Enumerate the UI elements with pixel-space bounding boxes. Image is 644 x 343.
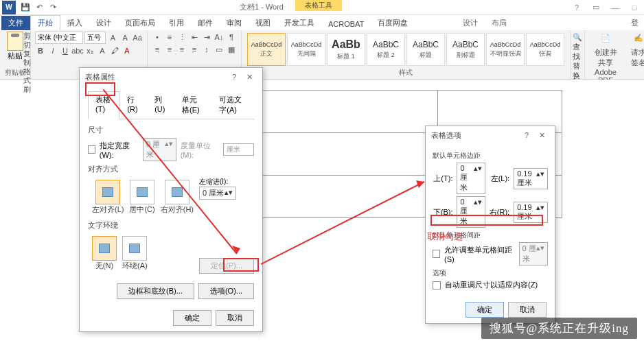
- tab-mailings[interactable]: 邮件: [191, 16, 220, 30]
- replace-button[interactable]: 替换: [573, 61, 582, 80]
- allow-spacing-checkbox[interactable]: [433, 250, 440, 258]
- measure-unit-select[interactable]: 厘米: [223, 143, 254, 156]
- redo-icon[interactable]: ↷: [47, 2, 58, 13]
- align-right-icon[interactable]: ≡: [176, 44, 187, 55]
- maximize-icon[interactable]: □: [625, 0, 644, 15]
- create-share-pdf-button[interactable]: 📄创建并共享Adobe PDF: [591, 34, 620, 84]
- format-painter-button[interactable]: 格式刷: [23, 67, 31, 94]
- tab-review[interactable]: 审阅: [220, 16, 249, 30]
- options-button[interactable]: 选项(O)...: [198, 283, 254, 299]
- grow-font-icon[interactable]: A: [107, 32, 118, 43]
- underline-icon[interactable]: U: [60, 45, 71, 56]
- justify-icon[interactable]: ≡: [189, 44, 200, 55]
- dialog-title-bar[interactable]: 表格选项 ? ✕: [426, 126, 555, 144]
- tab-design[interactable]: 设计: [89, 16, 118, 30]
- style-标题 2[interactable]: AaBbC标题 2: [367, 33, 405, 66]
- numbering-icon[interactable]: ≡: [164, 32, 175, 43]
- style-强调[interactable]: AaBbCcDd强调: [526, 33, 564, 66]
- font-color-icon[interactable]: A: [122, 45, 133, 56]
- tab-layout[interactable]: 页面布局: [118, 16, 162, 30]
- spacing-input[interactable]: 0 厘米▴▾: [519, 242, 548, 265]
- dialog-help-icon[interactable]: ?: [227, 73, 242, 81]
- dialog-close-icon[interactable]: ✕: [534, 131, 549, 140]
- show-marks-icon[interactable]: ¶: [226, 32, 237, 43]
- dialog-title-bar[interactable]: 表格属性 ? ✕: [80, 68, 262, 86]
- tab-view[interactable]: 视图: [249, 16, 277, 30]
- styles-gallery[interactable]: AaBbCcDd正文AaBbCcDd无间隔AaBb标题 1AaBbC标题 2Aa…: [246, 32, 566, 68]
- dialog-help-icon[interactable]: ?: [519, 131, 534, 139]
- shrink-font-icon[interactable]: A: [119, 32, 130, 43]
- bullets-icon[interactable]: •: [152, 32, 163, 43]
- dialog-close-icon[interactable]: ✕: [242, 73, 257, 82]
- italic-icon[interactable]: I: [47, 45, 58, 56]
- wrap-around-option[interactable]: 环绕(A): [122, 236, 148, 271]
- align-right-option[interactable]: 右对齐(H): [161, 180, 194, 215]
- tab-cell[interactable]: 单元格(E): [174, 91, 211, 119]
- ribbon-options-icon[interactable]: ▭: [586, 0, 606, 15]
- top-margin-input[interactable]: 0 厘米▴▾: [457, 163, 485, 194]
- positioning-button[interactable]: 定位(P)...: [199, 258, 254, 274]
- tab-insert[interactable]: 插入: [60, 16, 89, 30]
- cancel-button[interactable]: 取消: [508, 302, 547, 318]
- tab-baidu[interactable]: 百度网盘: [371, 16, 415, 30]
- ok-button[interactable]: 确定: [465, 302, 504, 318]
- auto-resize-checkbox[interactable]: [433, 281, 441, 289]
- increase-indent-icon[interactable]: ⇥: [201, 32, 212, 43]
- allow-spacing-label: 允许调整单元格间距(S): [444, 245, 515, 263]
- tab-table[interactable]: 表格(T): [88, 91, 119, 119]
- style-正文[interactable]: AaBbCcDd正文: [247, 33, 286, 66]
- sort-icon[interactable]: A↓: [214, 32, 225, 43]
- change-case-icon[interactable]: Aa: [132, 32, 143, 43]
- cut-button[interactable]: 剪切: [23, 32, 31, 49]
- help-icon[interactable]: ?: [567, 0, 586, 15]
- ok-button[interactable]: 确定: [173, 310, 211, 326]
- login-link[interactable]: 登: [625, 16, 644, 30]
- wrap-none-option[interactable]: 无(N): [92, 236, 117, 271]
- preferred-width-checkbox[interactable]: [88, 145, 95, 154]
- tab-row[interactable]: 行(R): [119, 91, 147, 119]
- tab-references[interactable]: 引用: [162, 16, 191, 30]
- style-无间隔[interactable]: AaBbCcDd无间隔: [287, 33, 325, 66]
- subscript-icon[interactable]: x₂: [84, 45, 95, 56]
- undo-icon[interactable]: ↶: [34, 2, 45, 13]
- minimize-icon[interactable]: —: [606, 0, 625, 15]
- left-margin-input[interactable]: 0.19 厘米▴▾: [514, 168, 548, 189]
- bold-icon[interactable]: B: [35, 45, 46, 56]
- align-center-option[interactable]: 居中(C): [129, 180, 154, 215]
- right-margin-input[interactable]: 0.19 厘米▴▾: [514, 202, 548, 223]
- tab-home[interactable]: 开始: [30, 15, 60, 30]
- tab-table-layout[interactable]: 布局: [485, 16, 514, 30]
- copy-button[interactable]: 复制: [23, 49, 31, 67]
- tab-column[interactable]: 列(U): [147, 91, 174, 119]
- tab-table-design[interactable]: 设计: [456, 16, 485, 30]
- font-name-select[interactable]: 宋体 (中文正: [35, 32, 83, 44]
- bottom-margin-input[interactable]: 0 厘米▴▾: [457, 196, 485, 228]
- shading-icon[interactable]: ▭: [214, 44, 225, 55]
- line-spacing-icon[interactable]: ↕: [201, 44, 212, 55]
- text-effects-icon[interactable]: A: [97, 45, 108, 56]
- tab-alttext[interactable]: 可选文字(A): [211, 91, 254, 119]
- strike-icon[interactable]: abc: [72, 45, 83, 56]
- style-标题 1[interactable]: AaBb标题 1: [327, 33, 365, 66]
- align-left-icon[interactable]: ≡: [152, 44, 163, 55]
- borders-icon[interactable]: ▦: [226, 44, 237, 55]
- tab-acrobat[interactable]: ACROBAT: [321, 18, 371, 30]
- highlight-icon[interactable]: 🖍: [109, 45, 120, 56]
- tab-developer[interactable]: 开发工具: [277, 16, 321, 30]
- multilevel-icon[interactable]: ⋮: [176, 32, 187, 43]
- find-button[interactable]: 🔍查找: [573, 32, 582, 61]
- request-signature-button[interactable]: ✍请求 签名: [624, 34, 644, 84]
- style-副标题[interactable]: AaBbC副标题: [446, 33, 485, 66]
- align-center-icon[interactable]: ≡: [164, 44, 175, 55]
- indent-input[interactable]: 0 厘米▴▾: [199, 187, 236, 200]
- tab-file[interactable]: 文件: [1, 16, 30, 30]
- align-left-option[interactable]: 左对齐(L): [92, 180, 124, 215]
- preferred-width-input[interactable]: 0 厘米▴▾: [143, 138, 176, 161]
- font-size-select[interactable]: 五号: [84, 32, 106, 44]
- cancel-button[interactable]: 取消: [216, 310, 254, 326]
- style-标题[interactable]: AaBbC标题: [406, 33, 445, 66]
- save-icon[interactable]: 💾: [20, 2, 31, 13]
- decrease-indent-icon[interactable]: ⇤: [189, 32, 200, 43]
- borders-shading-button[interactable]: 边框和底纹(B)...: [117, 283, 194, 299]
- style-不明显强调[interactable]: AaBbCcDd不明显强调: [486, 33, 525, 66]
